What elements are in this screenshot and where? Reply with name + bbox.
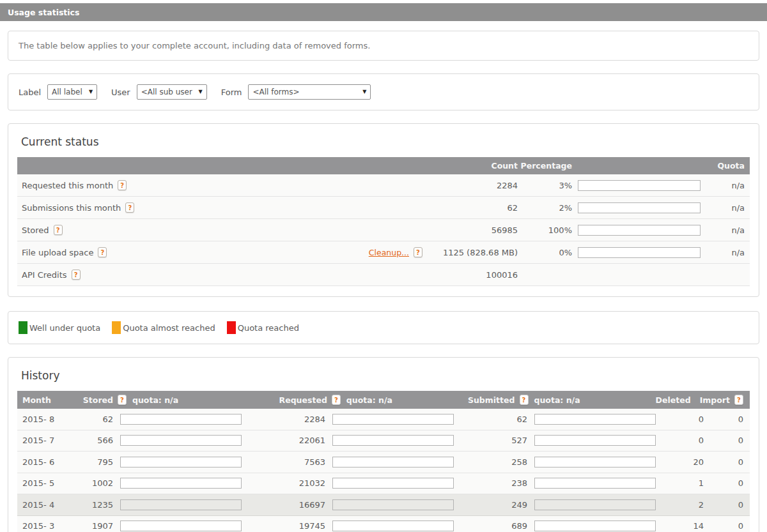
filter-bar: Label All labels ▼ User <All sub users> … (8, 73, 759, 110)
current-status-row: File upload space ? Cleanup... ? 1125 (8… (17, 241, 750, 264)
current-status-row: Requested this month ? ? 2284 3% n/a (17, 174, 750, 197)
form-filter-select[interactable]: <All forms> (248, 84, 371, 100)
requested-bar (332, 435, 454, 446)
status-count-value: 2284 (431, 181, 518, 190)
stored-bar (120, 435, 242, 446)
page-title: Usage statistics (8, 8, 79, 17)
help-icon[interactable]: ? (98, 247, 107, 257)
current-status-row: API Credits ? ? 100016 (17, 264, 750, 286)
submitted-bar (534, 435, 656, 446)
import-value: 0 (704, 436, 750, 445)
current-status-title: Current status (21, 135, 750, 148)
help-icon[interactable]: ? (72, 270, 81, 280)
legend-item: Quota almost reached (112, 321, 215, 334)
stored-bar (120, 499, 242, 510)
status-row-label: Requested this month (22, 181, 113, 190)
status-quota-value: n/a (706, 181, 750, 190)
status-percentage-value: 100% (518, 225, 572, 235)
help-icon[interactable]: ? (118, 395, 127, 405)
submitted-bar (534, 499, 656, 510)
stored-quota-note: quota: n/a (132, 395, 178, 405)
status-quota-value: n/a (706, 203, 750, 213)
submitted-value: 689 (461, 521, 527, 531)
user-filter: <All sub users> ▼ (137, 84, 207, 100)
history-row: 2015- 4 1235 16697 249 2 0 (17, 494, 750, 516)
submitted-bar (534, 457, 656, 467)
status-count-value: 56985 (431, 225, 518, 235)
legend-color-swatch (112, 321, 121, 334)
status-row-label: Stored (22, 225, 49, 235)
label-filter-select[interactable]: All labels (47, 84, 97, 100)
requested-value: 22061 (249, 436, 325, 445)
submitted-quota-note: quota: n/a (534, 395, 580, 405)
submitted-value: 238 (461, 478, 527, 488)
help-icon[interactable]: ? (414, 247, 422, 257)
legend-color-swatch (19, 321, 27, 334)
current-status-row: Stored ? ? 56985 100% n/a (17, 219, 750, 241)
submitted-value: 62 (461, 414, 527, 424)
help-icon[interactable]: ? (118, 180, 127, 190)
stored-column-header: Stored (74, 395, 113, 405)
status-count-value: 100016 (431, 270, 518, 280)
import-value: 0 (704, 414, 750, 424)
current-status-header-row: Count Percentage Quota (17, 157, 750, 174)
help-icon[interactable]: ? (332, 395, 341, 405)
history-row: 2015- 7 566 22061 527 0 0 (17, 430, 750, 452)
stored-bar (120, 478, 242, 489)
status-quota-value: n/a (706, 225, 750, 235)
status-percentage-value: 2% (518, 203, 572, 213)
label-filter: All labels ▼ (47, 84, 97, 100)
form-filter-label: Form (221, 87, 242, 97)
requested-bar (332, 457, 454, 467)
requested-value: 19745 (249, 521, 325, 531)
deleted-value: 14 (663, 521, 704, 531)
submitted-column-header: Submitted (468, 395, 515, 405)
month-value: 2015- 3 (17, 521, 74, 531)
import-value: 0 (704, 478, 750, 488)
history-row: 2015- 5 1002 21032 238 1 0 (17, 473, 750, 495)
count-column-header: Count (431, 161, 518, 171)
stored-value: 1002 (74, 478, 113, 488)
cleanup-link[interactable]: Cleanup... (369, 248, 409, 257)
history-row: 2015- 3 1907 19745 689 14 0 (17, 516, 750, 532)
submitted-value: 527 (461, 436, 527, 445)
user-filter-select[interactable]: <All sub users> (137, 84, 207, 100)
current-status-rows: Requested this month ? ? 2284 3% n/a Sub… (17, 174, 750, 286)
quota-legend: Well under quota Quota almost reached Qu… (8, 311, 759, 344)
submitted-bar (534, 478, 656, 489)
month-value: 2015- 5 (17, 478, 74, 488)
help-icon[interactable]: ? (54, 225, 63, 235)
requested-bar (332, 478, 454, 489)
history-row: 2015- 6 795 7563 258 20 0 (17, 452, 750, 473)
stored-bar (120, 521, 242, 531)
import-column-header: Import (700, 395, 730, 405)
month-value: 2015- 8 (17, 414, 74, 424)
help-icon[interactable]: ? (520, 395, 529, 405)
quota-progress-bar (578, 180, 701, 191)
help-icon[interactable]: ? (125, 202, 134, 213)
submitted-value: 258 (461, 457, 527, 467)
month-value: 2015- 7 (17, 436, 74, 445)
label-filter-label: Label (19, 87, 41, 97)
requested-value: 16697 (249, 500, 325, 510)
help-icon[interactable]: ? (734, 395, 743, 405)
requested-value: 7563 (249, 457, 325, 467)
requested-bar (332, 521, 454, 531)
status-percentage-value: 3% (518, 181, 572, 190)
user-filter-label: User (111, 87, 130, 97)
month-column-header: Month (17, 395, 74, 405)
account-notice-box: The table below applies to your complete… (8, 31, 759, 61)
import-value: 0 (704, 457, 750, 467)
submitted-bar (534, 414, 656, 425)
import-value: 0 (704, 521, 750, 531)
status-count-value: 62 (431, 203, 518, 213)
deleted-value: 20 (663, 457, 704, 467)
history-header-row: Month Stored ? quota: n/a Requested ? qu… (17, 391, 750, 409)
quota-progress-bar (578, 202, 701, 213)
percentage-column-header: Percentage (518, 161, 572, 171)
status-count-value: 1125 (828.68 MB) (431, 248, 518, 257)
legend-label: Quota almost reached (123, 323, 215, 333)
history-panel: History Month Stored ? quota: n/a Reques… (8, 357, 759, 532)
stored-value: 1907 (74, 521, 113, 531)
stored-value: 566 (74, 436, 113, 445)
